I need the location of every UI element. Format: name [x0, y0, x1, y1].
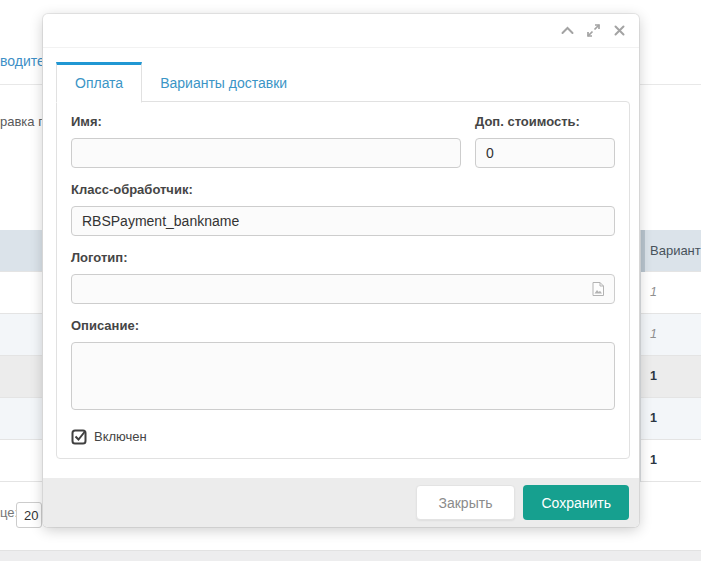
- expand-icon[interactable]: [586, 24, 600, 38]
- table-header-variants: Вариант: [650, 243, 701, 258]
- modal-footer: Закрыть Сохранить: [43, 478, 639, 527]
- extra-cost-input[interactable]: [475, 138, 615, 168]
- handler-class-label: Класс-обработчик:: [71, 182, 615, 197]
- payment-tab-panel: Имя: Доп. стоимость: Класс-обработчик: Л…: [56, 101, 630, 459]
- tab-delivery-options[interactable]: Варианты доставки: [142, 62, 305, 102]
- enabled-label: Включен: [94, 429, 147, 444]
- close-button[interactable]: Закрыть: [416, 485, 516, 520]
- table-column-accent: [641, 230, 645, 272]
- image-file-icon[interactable]: [590, 281, 606, 301]
- background-help-text: равка п: [0, 114, 45, 129]
- payment-method-modal: Оплата Варианты доставки Имя: Доп. стоим…: [43, 14, 639, 527]
- save-button[interactable]: Сохранить: [523, 485, 629, 520]
- modal-header: [43, 14, 639, 48]
- logo-label: Логотип:: [71, 250, 615, 265]
- table-cell-value: 1: [650, 285, 657, 299]
- logo-input[interactable]: [71, 274, 615, 304]
- tab-payment[interactable]: Оплата: [56, 62, 142, 103]
- table-cell-value: 1: [650, 327, 657, 341]
- page-size-input[interactable]: [16, 502, 42, 528]
- table-cell-value: 1: [650, 411, 657, 425]
- extra-cost-label: Доп. стоимость:: [475, 114, 615, 129]
- page-footer-bar: [0, 550, 701, 561]
- name-input[interactable]: [71, 138, 461, 168]
- enabled-row: Включен: [71, 428, 615, 445]
- table-cell-value: 1: [650, 369, 657, 383]
- screen: водите равка п Вариант 1 1 1 1 1 це:: [0, 0, 701, 561]
- collapse-icon[interactable]: [560, 24, 574, 38]
- background-nav-link[interactable]: водите: [0, 53, 45, 69]
- handler-class-input[interactable]: [71, 206, 615, 236]
- description-label: Описание:: [71, 318, 615, 333]
- name-label: Имя:: [71, 114, 461, 129]
- table-column-border: [640, 230, 641, 482]
- table-cell-value: 1: [650, 453, 657, 467]
- modal-tabs: Оплата Варианты доставки: [56, 62, 639, 102]
- description-textarea[interactable]: [71, 342, 615, 410]
- enabled-checkbox[interactable]: [71, 428, 88, 445]
- close-icon[interactable]: [612, 24, 626, 38]
